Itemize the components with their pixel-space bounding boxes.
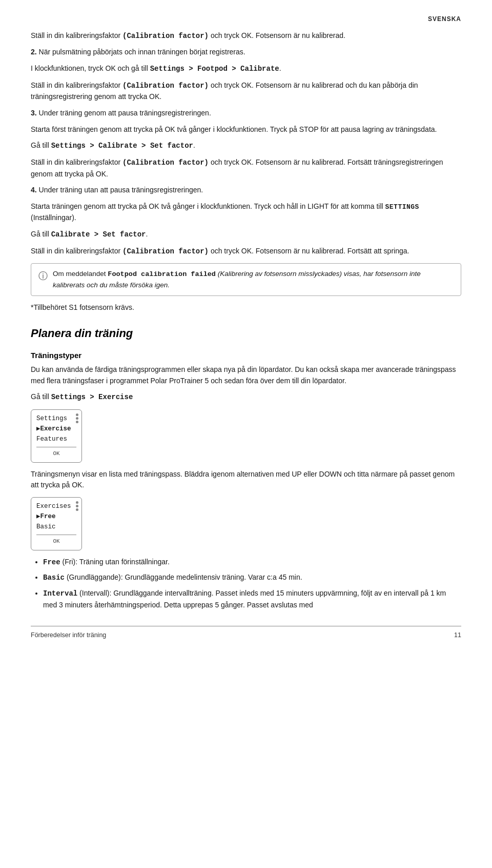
section-title: Planera din träning (31, 325, 461, 342)
device2-ok: OK (36, 535, 76, 546)
bullet-interval-text: (Intervall): Grundläggande intervallträn… (43, 589, 446, 609)
p9-text-b: (Inställningar). (31, 213, 76, 222)
p3-path: Settings > Footpod > Calibrate (150, 65, 279, 73)
paragraph-8: 4. Under träning utan att pausa tränings… (31, 185, 461, 196)
goto2-suffix: . (146, 230, 148, 238)
goto3-prefix: Gå till (31, 392, 51, 401)
device-box-2: Exercises ▶Free Basic OK (31, 497, 82, 550)
p1-suffix: och tryck OK. Fotsensorn är nu kalibrera… (209, 31, 345, 40)
device1-ok: OK (36, 447, 76, 459)
paragraph-3: I klockfunktionen, tryck OK och gå till … (31, 63, 461, 75)
page-number: 11 (454, 630, 461, 640)
footnote: *Tillbehöret S1 fotsensorn krävs. (31, 302, 461, 313)
device1-line3: Features (36, 434, 76, 444)
item-2-text: När pulsmätning påbörjats och innan trän… (39, 48, 245, 56)
bullet-free-text: (Fri): Träning utan förinställningar. (60, 558, 170, 566)
menu-description: Träningsmenyn visar en lista med träning… (31, 469, 461, 491)
bullet-basic-text: (Grundläggande): Grundläggande medelinte… (65, 573, 302, 581)
p3-text-b: . (279, 64, 281, 72)
bullet-free: Free (Fri): Träning utan förinställninga… (43, 557, 461, 568)
paragraph-9: Starta träningen genom att trycka på OK … (31, 201, 461, 224)
item-2-num: 2. (31, 48, 37, 56)
info-text: Om meddelandet Footpod calibration faile… (53, 269, 454, 290)
info-mono: Footpod calibration failed (108, 270, 216, 278)
goto-1: Gå till Settings > Calibrate > Set facto… (31, 140, 461, 152)
bullet-list: Free (Fri): Träning utan förinställninga… (43, 557, 461, 611)
info-icon: ⓘ (38, 269, 48, 284)
p10-text-a: Ställ in din kalibreringsfaktor (31, 247, 122, 255)
calibration-factor-4: (Calibration factor) (122, 247, 209, 255)
paragraph-7: Ställ in din kalibreringsfaktor (Calibra… (31, 157, 461, 180)
item-4-text: Under träning utan att pausa träningsreg… (39, 186, 203, 194)
item-3-text: Under träning genom att pausa träningsre… (39, 109, 211, 117)
item-4-num: 4. (31, 186, 37, 194)
bullet-free-label: Free (43, 558, 60, 566)
bullet-basic-label: Basic (43, 574, 65, 582)
item-3-num: 3. (31, 109, 37, 117)
goto-2: Gå till Calibrate > Set factor. (31, 229, 461, 241)
calibration-factor-3: (Calibration factor) (122, 159, 209, 167)
p3-text-a: I klockfunktionen, tryck OK och gå till (31, 64, 150, 72)
sub-paragraph-1: Du kan använda de färdiga träningsprogra… (31, 364, 461, 386)
goto3-path: Settings > Exercise (51, 393, 133, 401)
paragraph-10: Ställ in din kalibreringsfaktor (Calibra… (31, 246, 461, 258)
info-prefix: Om meddelandet (53, 270, 108, 278)
p4-text-a: Ställ in din kalibreringsfaktor (31, 81, 122, 89)
device2-line2: ▶Free (36, 511, 76, 522)
goto1-suffix: . (193, 141, 195, 149)
info-box: ⓘ Om meddelandet Footpod calibration fai… (31, 263, 461, 296)
paragraph-2: 2. När pulsmätning påbörjats och innan t… (31, 47, 461, 58)
footer-left: Förberedelser inför träning (31, 630, 106, 640)
bullet-basic: Basic (Grundläggande): Grundläggande med… (43, 572, 461, 584)
device2-line1: Exercises (36, 501, 76, 511)
goto1-path: Settings > Calibrate > Set factor (51, 142, 193, 150)
p7-text-a: Ställ in din kalibreringsfaktor (31, 158, 122, 166)
bullet-interval-label: Interval (43, 589, 77, 598)
subsection-title: Träningstyper (31, 349, 461, 361)
device2-line3: Basic (36, 522, 76, 532)
p9-text-a: Starta träningen genom att trycka på OK … (31, 202, 385, 210)
scroll-indicator-1 (76, 413, 78, 423)
paragraph-5: 3. Under träning genom att pausa träning… (31, 108, 461, 119)
p1-text: Ställ in din kalibreringsfaktor (31, 31, 122, 40)
settings-label: SETTINGS (385, 203, 419, 211)
calibration-factor-1: (Calibration factor) (122, 32, 209, 40)
calibration-factor-2: (Calibration factor) (122, 82, 209, 90)
device1-line2: ▶Exercise (36, 424, 76, 434)
goto-3: Gå till Settings > Exercise (31, 391, 461, 403)
goto2-path: Calibrate > Set factor (51, 230, 146, 239)
goto2-prefix: Gå till (31, 230, 51, 238)
paragraph-4: Ställ in din kalibreringsfaktor (Calibra… (31, 80, 461, 103)
paragraph-6: Starta först träningen genom att trycka … (31, 124, 461, 135)
page-footer: Förberedelser inför träning 11 (31, 626, 461, 640)
p10-text-b: och tryck OK. Fotsensorn är nu kalibrera… (209, 247, 409, 255)
scroll-indicator-2 (76, 501, 78, 511)
device1-line1: Settings (36, 413, 76, 424)
goto1-prefix: Gå till (31, 141, 51, 149)
paragraph-1: Ställ in din kalibreringsfaktor (Calibra… (31, 30, 461, 42)
bullet-interval: Interval (Intervall): Grundläggande inte… (43, 588, 461, 610)
language-header: SVENSKA (31, 14, 461, 24)
device-box-1: Settings ▶Exercise Features OK (31, 409, 82, 463)
